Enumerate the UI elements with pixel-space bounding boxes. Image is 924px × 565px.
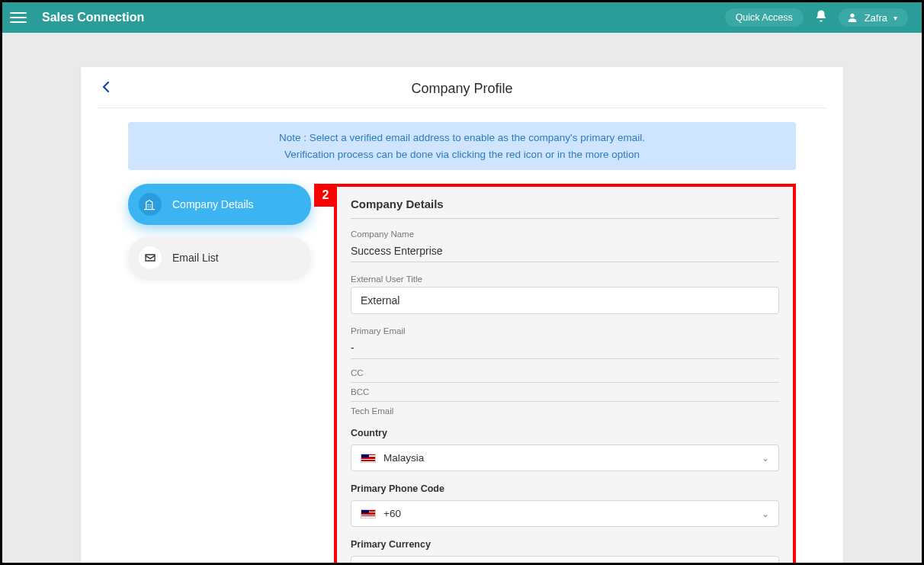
content-card: Company Profile Note : Select a verified…	[81, 67, 843, 563]
mail-icon	[139, 246, 162, 269]
country-label: Country	[351, 428, 779, 438]
building-icon	[139, 193, 162, 216]
svg-point-0	[850, 14, 854, 18]
user-menu[interactable]: Zafra ▾	[839, 8, 908, 27]
section-heading: Company Details	[351, 197, 779, 219]
sidebar-item-company-details[interactable]: Company Details	[128, 184, 311, 225]
page-body: Company Profile Note : Select a verified…	[2, 33, 922, 563]
top-bar: Sales Connection Quick Access Zafra ▾	[2, 2, 922, 33]
flag-malaysia-icon	[361, 454, 376, 463]
phone-code-value: +60	[383, 508, 401, 519]
page-title: Company Profile	[98, 81, 826, 97]
phone-code-label: Primary Phone Code	[351, 483, 779, 494]
chevron-down-icon: ▾	[894, 14, 897, 22]
currency-label: Primary Currency	[351, 539, 779, 550]
menu-hamburger-icon[interactable]	[10, 9, 27, 26]
chevron-down-icon: ⌄	[762, 509, 769, 519]
back-arrow-icon[interactable]	[102, 81, 110, 97]
card-header: Company Profile	[98, 81, 826, 108]
sidebar-item-label: Email List	[172, 252, 219, 264]
currency-dropdown[interactable]: Malaysia (MYR) ⌄	[351, 556, 779, 563]
quick-access-button[interactable]: Quick Access	[725, 8, 804, 27]
company-name-label: Company Name	[351, 230, 779, 239]
company-details-panel: 2 Company Details Company Name Success E…	[334, 184, 796, 563]
sidebar-item-email-list[interactable]: Email List	[128, 237, 311, 278]
phone-code-dropdown[interactable]: +60 ⌄	[351, 500, 779, 527]
sidebar-item-label: Company Details	[172, 198, 254, 210]
side-nav: Company Details Email List	[128, 184, 311, 563]
notifications-bell-icon[interactable]	[814, 9, 828, 26]
chevron-down-icon: ⌄	[762, 453, 769, 464]
note-line-1: Note : Select a verified email address t…	[137, 130, 787, 146]
flag-malaysia-icon	[361, 509, 376, 518]
external-user-title-input[interactable]	[351, 287, 779, 314]
note-line-2: Verification process can be done via cli…	[137, 146, 787, 163]
primary-email-label: Primary Email	[351, 326, 779, 335]
tech-email-row[interactable]: Tech Email	[351, 402, 779, 420]
bcc-row[interactable]: BCC	[351, 383, 779, 402]
country-dropdown[interactable]: Malaysia ⌄	[351, 445, 779, 471]
primary-email-value[interactable]: -	[351, 339, 779, 359]
note-banner: Note : Select a verified email address t…	[128, 122, 796, 170]
company-name-value[interactable]: Success Enterprise	[351, 242, 779, 262]
user-name: Zafra	[865, 12, 887, 24]
external-user-title-label: External User Title	[351, 274, 779, 284]
country-value: Malaysia	[383, 452, 424, 464]
step-badge: 2	[314, 184, 337, 207]
user-icon	[846, 11, 858, 24]
brand-title: Sales Connection	[42, 11, 144, 24]
cc-row[interactable]: CC	[351, 364, 779, 383]
